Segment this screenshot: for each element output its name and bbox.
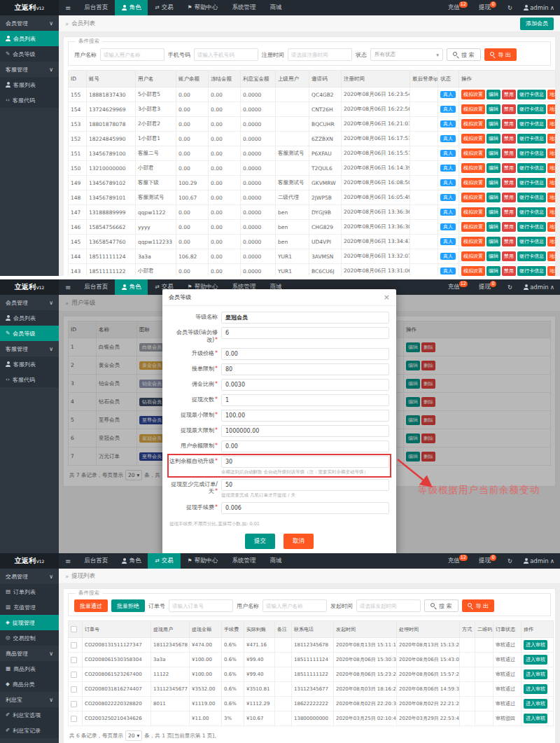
action-button-禁用[interactable]: 禁用: [502, 163, 516, 173]
edit-button[interactable]: 编辑: [406, 397, 420, 407]
menu-toggle-icon[interactable]: ≡: [59, 557, 77, 565]
action-button-编辑[interactable]: 编辑: [486, 266, 500, 276]
action-button-模拟设置[interactable]: 模拟设置: [461, 178, 485, 188]
phone-input[interactable]: [194, 48, 258, 61]
action-button-模拟设置[interactable]: 模拟设置: [461, 207, 485, 217]
action-button-禁用[interactable]: 禁用: [502, 207, 516, 217]
sidebar-item-会员等级[interactable]: ✎会员等级: [0, 46, 59, 62]
nav-item-1[interactable]: 后台首页: [77, 279, 115, 295]
sidebar-item-充值管理[interactable]: ▥充值管理: [0, 599, 59, 615]
field-input[interactable]: 50: [221, 479, 389, 491]
nav-item-2[interactable]: 角色: [115, 0, 148, 15]
row-checkbox[interactable]: [71, 657, 77, 663]
review-button[interactable]: 进入审核: [524, 669, 547, 679]
edit-button[interactable]: 编辑: [406, 361, 420, 370]
nav-item-2[interactable]: 角色: [115, 553, 148, 569]
action-button-编辑[interactable]: 编辑: [486, 163, 500, 173]
user-menu[interactable]: admin∧: [518, 279, 560, 295]
nav-item-6[interactable]: 商城: [262, 0, 288, 15]
withdraw-link[interactable]: 提现0: [473, 553, 502, 569]
review-button[interactable]: 进入审核: [524, 655, 547, 665]
action-button-模拟设置[interactable]: 模拟设置: [461, 222, 485, 232]
select-all-checkbox[interactable]: [71, 626, 77, 632]
action-button-地址[interactable]: 地址: [547, 148, 556, 158]
action-button-模拟设置[interactable]: 模拟设置: [461, 148, 485, 158]
action-button-地址[interactable]: 地址: [547, 222, 556, 232]
regtime-input[interactable]: [288, 48, 352, 61]
edit-button[interactable]: 编辑: [406, 342, 420, 352]
sidebar-item-利息宝记录[interactable]: ✐利息宝记录: [0, 723, 59, 738]
row-checkbox[interactable]: [71, 672, 77, 678]
sidebar-item-会员等级[interactable]: ✎会员等级: [0, 326, 59, 341]
starttime-input[interactable]: [356, 599, 421, 612]
edit-button[interactable]: 编辑: [406, 415, 420, 425]
sidebar-item-会员列表[interactable]: 会员列表: [0, 310, 59, 326]
review-button[interactable]: 进入审核: [524, 714, 547, 723]
action-button-编辑[interactable]: 编辑: [486, 193, 500, 202]
sidebar-group-会员管理[interactable]: 会员管理∨: [0, 295, 59, 310]
field-input[interactable]: 100.00: [221, 410, 389, 422]
action-button-模拟设置[interactable]: 模拟设置: [461, 251, 485, 261]
action-button-银行卡信息[interactable]: 银行卡信息: [517, 148, 546, 158]
action-button-地址[interactable]: 地址: [547, 193, 556, 202]
action-button-银行卡信息[interactable]: 银行卡信息: [517, 134, 546, 144]
action-button-禁用[interactable]: 禁用: [502, 178, 516, 188]
action-button-地址[interactable]: 地址: [547, 90, 556, 99]
sidebar-group-利息宝[interactable]: 利息宝∨: [0, 692, 59, 707]
close-icon[interactable]: ×: [384, 293, 390, 301]
menu-toggle-icon[interactable]: ≡: [59, 4, 77, 12]
action-button-地址[interactable]: 地址: [547, 207, 556, 217]
user-menu[interactable]: admin∧: [518, 0, 560, 15]
action-button-地址[interactable]: 地址: [547, 251, 556, 261]
recharge-link[interactable]: 充值12: [442, 0, 473, 15]
batch-approve-button[interactable]: 批量通过: [74, 599, 108, 612]
action-button-编辑[interactable]: 编辑: [486, 251, 500, 261]
search-button[interactable]: 搜 索: [447, 48, 481, 61]
action-button-编辑[interactable]: 编辑: [486, 207, 500, 217]
export-button[interactable]: 导 出: [484, 48, 517, 61]
sidebar-group-客服管理[interactable]: 客服管理∨: [0, 341, 59, 356]
action-button-地址[interactable]: 地址: [547, 266, 556, 276]
delete-button[interactable]: 删除: [421, 433, 435, 443]
action-button-模拟设置[interactable]: 模拟设置: [461, 237, 485, 246]
action-button-禁用[interactable]: 禁用: [502, 251, 516, 261]
delete-button[interactable]: 删除: [421, 361, 435, 370]
action-button-银行卡信息[interactable]: 银行卡信息: [517, 178, 546, 188]
action-button-银行卡信息[interactable]: 银行卡信息: [517, 90, 546, 99]
action-button-模拟设置[interactable]: 模拟设置: [461, 104, 485, 114]
username-input[interactable]: [262, 599, 327, 612]
nav-item-3[interactable]: ⇄交易: [148, 553, 180, 569]
edit-button[interactable]: 编辑: [406, 379, 420, 389]
sidebar-item-会员列表[interactable]: 会员列表: [0, 31, 59, 46]
action-button-模拟设置[interactable]: 模拟设置: [461, 193, 485, 202]
action-button-模拟设置[interactable]: 模拟设置: [461, 266, 485, 276]
row-checkbox[interactable]: [71, 642, 77, 648]
submit-button[interactable]: 提交: [245, 534, 275, 549]
action-button-编辑[interactable]: 编辑: [486, 90, 500, 99]
action-button-禁用[interactable]: 禁用: [502, 148, 516, 158]
delete-button[interactable]: 删除: [421, 397, 435, 407]
nav-item-4[interactable]: ⚑帮助中心: [181, 0, 225, 15]
refresh-icon[interactable]: ↻: [502, 553, 518, 569]
refresh-icon[interactable]: ↻: [502, 0, 518, 15]
sidebar-item-客服列表[interactable]: 客服列表: [0, 356, 59, 372]
batch-reject-button[interactable]: 批量拒绝: [111, 599, 145, 612]
field-input[interactable]: 0.0030: [221, 379, 389, 391]
sidebar-item-利息宝选项[interactable]: ✐利息宝选项: [0, 707, 59, 723]
edit-button[interactable]: 编辑: [406, 433, 420, 443]
orderno-input[interactable]: [169, 599, 233, 612]
sidebar-item-交易控制[interactable]: ◎交易控制: [0, 630, 59, 646]
withdraw-link[interactable]: 提现0: [473, 0, 502, 15]
nav-item-1[interactable]: 后台首页: [77, 0, 115, 15]
action-button-银行卡信息[interactable]: 银行卡信息: [517, 163, 546, 173]
sidebar-item-客服代码[interactable]: ‹›客服代码: [0, 92, 59, 108]
nav-item-5[interactable]: 系统管理: [225, 553, 262, 569]
delete-button[interactable]: 删除: [421, 342, 435, 352]
action-button-地址[interactable]: 地址: [547, 237, 556, 246]
sidebar-item-客服列表[interactable]: 客服列表: [0, 77, 59, 92]
nav-item-4[interactable]: ⚑帮助中心: [181, 553, 225, 569]
action-button-编辑[interactable]: 编辑: [486, 178, 500, 188]
review-button[interactable]: 进入审核: [524, 684, 547, 694]
action-button-银行卡信息[interactable]: 银行卡信息: [517, 207, 546, 217]
action-button-模拟设置[interactable]: 模拟设置: [461, 163, 485, 173]
